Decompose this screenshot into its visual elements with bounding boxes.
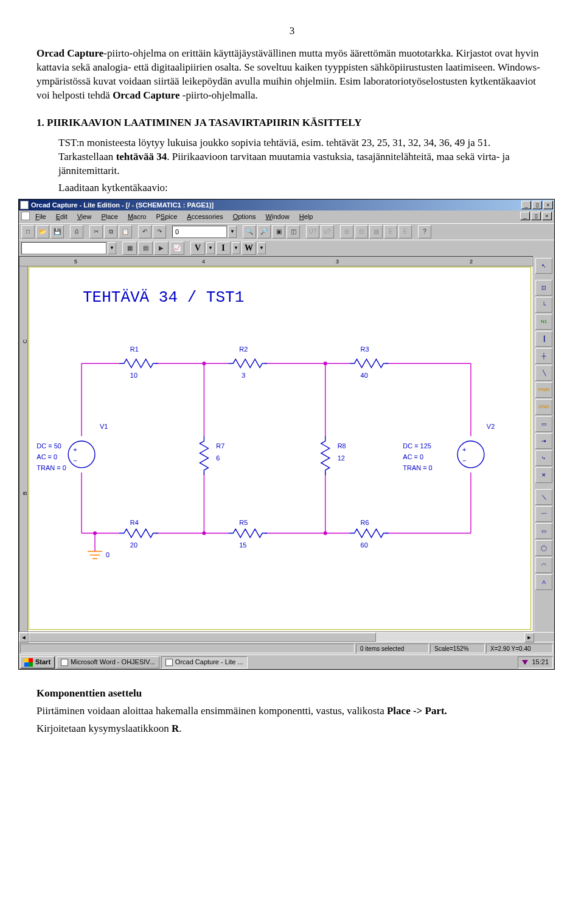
zoom-area-button[interactable]: ◫	[287, 225, 300, 238]
new-button[interactable]: □	[21, 225, 35, 238]
zoom-fit-button[interactable]: ▣	[272, 225, 285, 238]
scroll-left-icon[interactable]: ◄	[19, 633, 29, 642]
r8-name: R8	[338, 442, 346, 450]
menu-place[interactable]: Place	[97, 212, 122, 222]
zoom-dropdown[interactable]: ▼	[228, 226, 237, 238]
scroll-thumb[interactable]	[29, 633, 376, 642]
schematic-canvas[interactable]: 5 4 3 2 C B TEHTÄVÄ 34 / TST1	[19, 256, 534, 632]
palette-junction-icon[interactable]: ┼	[535, 348, 552, 364]
section1-p2: Laaditaan kytkentäkaavio:	[58, 181, 548, 195]
cut-button[interactable]: ✂	[89, 225, 103, 238]
palette-noconnect-icon[interactable]: ✕	[535, 467, 552, 483]
menu-options[interactable]: Options	[229, 212, 260, 222]
tray-icon[interactable]	[522, 660, 528, 665]
menu-file[interactable]: File	[31, 212, 50, 222]
zoom-input[interactable]	[172, 226, 227, 238]
r4-name: R4	[130, 519, 139, 526]
copy-button[interactable]: ⧉	[104, 225, 117, 238]
palette-text-icon[interactable]: A	[535, 574, 552, 590]
palette-busentry-icon[interactable]: ╲	[535, 365, 552, 381]
child-close-button[interactable]: ×	[542, 212, 552, 220]
svg-point-21	[324, 532, 327, 535]
menu-window[interactable]: Window	[262, 212, 294, 222]
help-button[interactable]: ?	[418, 225, 431, 238]
v1-tran: TRAN = 0	[36, 464, 66, 471]
palette-polyline-icon[interactable]: 〰	[535, 506, 552, 522]
tool-u1-button[interactable]: U?	[306, 225, 319, 238]
zoom-out-button[interactable]: 🔎	[257, 225, 271, 238]
menu-edit[interactable]: Edit	[52, 212, 72, 222]
menu-macro[interactable]: Macro	[123, 212, 151, 222]
menu-pspice[interactable]: PSpice	[151, 212, 181, 222]
v-marker-dd[interactable]: ▼	[206, 242, 215, 254]
tool-grid-button[interactable]: ⊟	[355, 225, 368, 238]
maximize-button[interactable]: ▯	[532, 201, 542, 209]
svg-point-19	[324, 362, 327, 366]
orcad-icon	[165, 659, 173, 666]
horizontal-scrollbar[interactable]: ◄ ►	[19, 632, 554, 642]
palette-part-icon[interactable]: ⊡	[535, 280, 552, 296]
taskbar-word[interactable]: Microsoft Word - OHJESIV...	[57, 656, 159, 669]
titlebar[interactable]: Orcad Capture - Lite Edition - [/ - (SCH…	[19, 200, 554, 210]
undo-button[interactable]: ↶	[138, 225, 151, 238]
minimize-button[interactable]: _	[521, 201, 531, 209]
r6-value: 60	[361, 542, 368, 549]
palette-rect-icon[interactable]: ▭	[535, 523, 552, 539]
palette-select-icon[interactable]: ↖	[535, 258, 552, 274]
intro-bold-2: Orcad Capture	[113, 89, 179, 101]
save-button[interactable]: 💾	[50, 225, 64, 238]
page-number: 3	[36, 24, 548, 38]
palette-ellipse-icon[interactable]: ◯	[535, 540, 552, 556]
tool-u2-button[interactable]: u?	[321, 225, 334, 238]
edit-profile-button[interactable]: ▤	[138, 241, 153, 255]
child-minimize-button[interactable]: _	[520, 212, 530, 220]
palette-wire-icon[interactable]: └	[535, 297, 552, 313]
toolbar-main: □ 📂 💾 ⎙ ✂ ⧉ 📋 ↶ ↷ ▼ 🔍 🔎 ▣ ◫ U? u? ⊞ ⊟ ▦ …	[19, 223, 554, 240]
palette-ground-icon[interactable]: GND	[535, 399, 552, 415]
tool-edit2-button[interactable]: E	[398, 225, 412, 238]
tool-snap-button[interactable]: ▦	[369, 225, 383, 238]
zoom-in-button[interactable]: 🔍	[243, 225, 256, 238]
tool-edit-button[interactable]: E	[384, 225, 397, 238]
menu-help[interactable]: Help	[295, 212, 318, 222]
w-marker-button[interactable]: W	[242, 241, 256, 255]
close-button[interactable]: ×	[543, 201, 553, 209]
taskbar-orcad[interactable]: Orcad Capture - Lite ...	[161, 656, 248, 669]
r5-name: R5	[239, 519, 248, 526]
status-selected: 0 items selected	[356, 644, 429, 653]
start-button[interactable]: Start	[20, 656, 55, 669]
palette-netalias-icon[interactable]: N1	[535, 314, 552, 330]
profile-input[interactable]	[21, 242, 106, 254]
window-title: Orcad Capture - Lite Edition - [/ - (SCH…	[31, 201, 521, 210]
child-maximize-button[interactable]: ▯	[531, 212, 541, 220]
run-button[interactable]: ▶	[154, 241, 169, 255]
tool-net-button[interactable]: ⊞	[340, 225, 353, 238]
menu-view[interactable]: View	[73, 212, 96, 222]
palette-bus-icon[interactable]: ┃	[535, 331, 552, 347]
print-button[interactable]: ⎙	[70, 225, 83, 238]
v1-dc: DC = 50	[36, 442, 61, 450]
redo-button[interactable]: ↷	[153, 225, 166, 238]
r3-name: R3	[361, 346, 369, 353]
system-tray[interactable]: 15:21	[518, 656, 553, 669]
v-marker-button[interactable]: V	[190, 241, 205, 255]
palette-hier-icon[interactable]: ▭	[535, 416, 552, 432]
palette-offpage-icon[interactable]: ⤷	[535, 450, 552, 466]
menu-accessories[interactable]: Accessories	[182, 212, 227, 222]
scroll-right-icon[interactable]: ►	[524, 633, 534, 642]
section1-p1: TST:n monisteesta löytyy lukuisa joukko …	[58, 136, 548, 178]
palette-line-icon[interactable]: ＼	[535, 489, 552, 505]
new-profile-button[interactable]: ▦	[122, 241, 137, 255]
w-marker-dd[interactable]: ▼	[257, 242, 266, 254]
open-button[interactable]: 📂	[36, 225, 49, 238]
palette-arc-icon[interactable]: ◠	[535, 557, 552, 573]
r4-value: 20	[130, 542, 137, 549]
results-button[interactable]: 📈	[170, 241, 184, 255]
i-marker-dd[interactable]: ▼	[232, 242, 240, 254]
palette-port-icon[interactable]: ⇥	[535, 433, 552, 449]
i-marker-button[interactable]: I	[216, 241, 231, 255]
profile-dropdown[interactable]: ▼	[108, 242, 116, 254]
palette-power-icon[interactable]: PWR	[535, 382, 552, 398]
paste-button[interactable]: 📋	[119, 225, 132, 238]
r6-name: R6	[361, 519, 369, 526]
